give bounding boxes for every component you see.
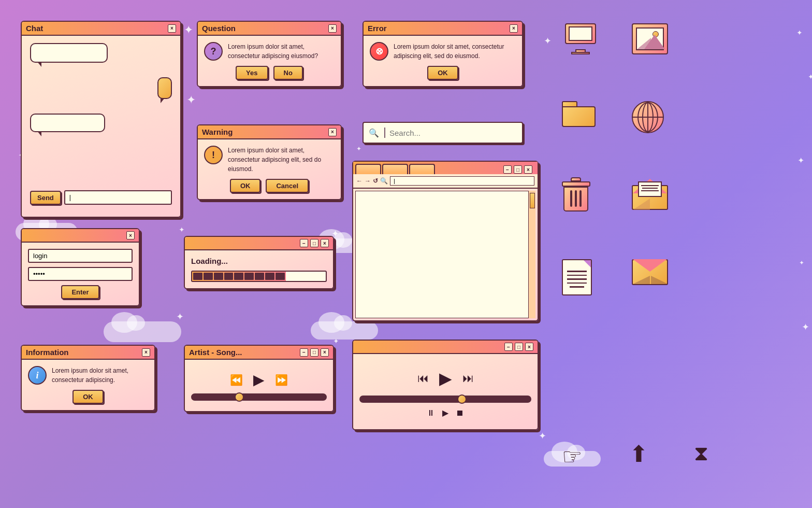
- warning-controls: ×: [328, 128, 337, 136]
- browser-forward-btn[interactable]: →: [365, 177, 371, 185]
- chat-send-button[interactable]: Send: [30, 191, 61, 205]
- music-small-min-btn[interactable]: −: [300, 348, 308, 357]
- question-close-btn[interactable]: ×: [328, 24, 337, 33]
- search-cursor: [384, 128, 385, 138]
- info-ok-button[interactable]: OK: [72, 390, 104, 404]
- arrow-cursor-icon[interactable]: ⬆: [629, 441, 648, 467]
- music-small-rewind-btn[interactable]: ⏪: [230, 374, 243, 386]
- question-no-button[interactable]: No: [273, 66, 303, 80]
- browser-tab-1[interactable]: [355, 164, 381, 174]
- error-close-btn[interactable]: ×: [510, 24, 518, 33]
- search-bar: 🔍: [363, 122, 523, 144]
- info-text: Lorem ipsum dolor sit amet, consectetur …: [52, 366, 148, 385]
- warning-titlebar: Warning ×: [198, 125, 341, 139]
- warning-cancel-button[interactable]: Cancel: [266, 179, 309, 193]
- image-icon-graphic: [632, 23, 668, 54]
- loading-min-btn[interactable]: −: [300, 239, 308, 247]
- login-enter-container: Enter: [28, 285, 133, 299]
- question-icon: ?: [204, 42, 223, 61]
- error-ok-button[interactable]: OK: [427, 66, 458, 80]
- info-body: i Lorem ipsum dolor sit amet, consectetu…: [22, 360, 154, 410]
- browser-tab-2[interactable]: [382, 164, 408, 174]
- question-yes-button[interactable]: Yes: [236, 66, 268, 80]
- browser-refresh-btn[interactable]: ↺: [373, 177, 378, 185]
- browser-min-btn[interactable]: −: [503, 165, 512, 174]
- browser-back-btn[interactable]: ←: [356, 177, 363, 185]
- image-icon[interactable]: [632, 23, 668, 54]
- warning-close-btn[interactable]: ×: [328, 128, 337, 136]
- chat-title: Chat: [26, 24, 43, 33]
- question-buttons: Yes No: [204, 66, 335, 80]
- browser-scrollbar-thumb[interactable]: [530, 193, 535, 208]
- hand-cursor-graphic: ☞: [562, 443, 582, 470]
- music-large-slider[interactable]: [359, 396, 531, 403]
- loading-text: Loading...: [191, 257, 327, 265]
- browser-close-btn[interactable]: ×: [524, 165, 532, 174]
- login-close-btn[interactable]: ×: [126, 231, 135, 239]
- chat-titlebar: Chat ×: [22, 22, 180, 36]
- hourglass-icon[interactable]: ⧗: [694, 442, 708, 465]
- music-large-prev-btn[interactable]: ⏮: [417, 372, 429, 385]
- arrow-cursor-graphic: ⬆: [629, 441, 648, 467]
- question-body: ? Lorem ipsum dolor sit amet, consectetu…: [198, 36, 341, 86]
- music-small-forward-btn[interactable]: ⏩: [275, 374, 288, 386]
- music-large-max-btn[interactable]: □: [515, 343, 523, 351]
- chat-close-btn[interactable]: ×: [168, 24, 176, 33]
- error-controls: ×: [510, 24, 518, 33]
- hand-cursor-icon[interactable]: ☞: [562, 443, 582, 470]
- warning-body: ! Lorem ipsum dolor sit amet, consectetu…: [198, 139, 341, 199]
- question-title: Question: [202, 24, 236, 33]
- browser-scrollbar[interactable]: [528, 191, 535, 318]
- music-large-close-btn[interactable]: ×: [525, 343, 533, 351]
- question-dialog-row: ? Lorem ipsum dolor sit amet, consectetu…: [204, 42, 335, 61]
- mail-closed-icon[interactable]: [632, 259, 669, 286]
- music-large-controls-row: ⏮ ▶ ⏭: [359, 369, 531, 388]
- music-large-min-btn[interactable]: −: [504, 343, 513, 351]
- music-small-max-btn[interactable]: □: [310, 348, 318, 357]
- question-text: Lorem ipsum dolor sit amet, consectetur …: [228, 42, 335, 61]
- music-large-play-btn[interactable]: ▶: [439, 369, 452, 388]
- music-large-slider-thumb[interactable]: [457, 394, 467, 404]
- login-username-input[interactable]: [28, 249, 133, 263]
- music-small-slider[interactable]: [191, 393, 327, 401]
- music-large-pause-btn[interactable]: ⏸: [427, 408, 435, 418]
- login-enter-button[interactable]: Enter: [61, 285, 99, 299]
- chat-input-field[interactable]: [64, 190, 172, 205]
- browser-address-input[interactable]: [390, 176, 534, 186]
- hourglass-graphic: ⧗: [694, 442, 708, 465]
- music-small-title: Artist - Song...: [189, 348, 242, 357]
- computer-icon[interactable]: [562, 23, 599, 54]
- music-large-titlebar: − □ ×: [353, 341, 538, 354]
- loading-close-btn[interactable]: ×: [321, 239, 329, 247]
- trash-icon[interactable]: [562, 181, 590, 215]
- music-small-slider-thumb[interactable]: [235, 392, 244, 402]
- music-large-stop-btn[interactable]: ⏹: [456, 408, 464, 418]
- info-close-btn[interactable]: ×: [142, 348, 150, 357]
- info-window: Information × i Lorem ipsum dolor sit am…: [21, 345, 155, 411]
- globe-icon-graphic: [632, 101, 664, 133]
- browser-window: − □ × ← → ↺ 🔍: [352, 161, 539, 321]
- music-large-window: − □ × ⏮ ▶ ⏭ ⏸ ▶ ⏹: [352, 340, 539, 430]
- warning-ok-button[interactable]: OK: [230, 179, 261, 193]
- music-large-next-btn[interactable]: ⏭: [462, 372, 474, 385]
- error-window: Error × ⊗ Lorem ipsum dolor sit amet, co…: [363, 21, 523, 87]
- music-large-play2-btn[interactable]: ▶: [442, 408, 448, 418]
- question-titlebar: Question ×: [198, 22, 341, 36]
- search-input[interactable]: [389, 129, 517, 137]
- music-small-close-btn[interactable]: ×: [321, 348, 329, 357]
- browser-max-btn[interactable]: □: [514, 165, 522, 174]
- info-buttons: OK: [28, 390, 148, 404]
- loading-body: Loading...: [185, 250, 333, 288]
- mail-open-icon[interactable]: [632, 179, 669, 210]
- folder-icon[interactable]: [562, 101, 599, 130]
- loading-titlebar: − □ ×: [185, 237, 333, 250]
- document-icon[interactable]: [562, 259, 592, 295]
- browser-tab-3[interactable]: [409, 164, 435, 174]
- globe-icon[interactable]: [632, 101, 664, 133]
- login-password-input[interactable]: [28, 267, 133, 281]
- loading-max-btn[interactable]: □: [310, 239, 318, 247]
- info-title: Information: [26, 348, 69, 357]
- music-small-play-btn[interactable]: ▶: [253, 371, 265, 388]
- error-dialog-row: ⊗ Lorem ipsum dolor sit amet, consectetu…: [370, 42, 516, 61]
- login-window: × Enter: [21, 228, 140, 306]
